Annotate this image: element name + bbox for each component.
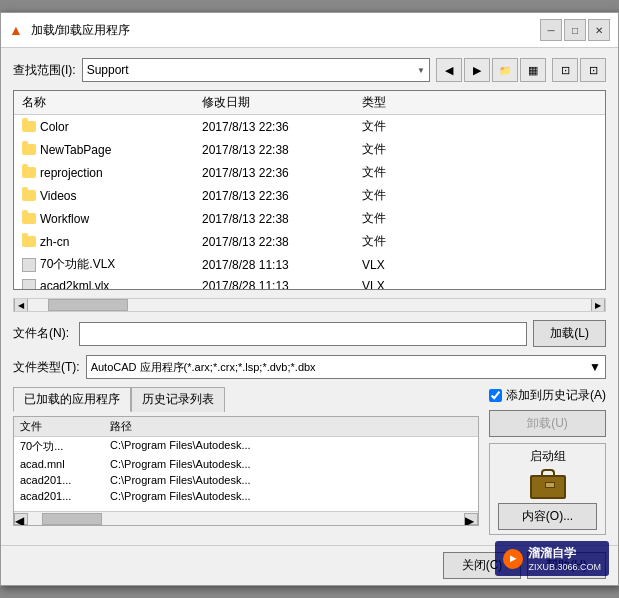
view-button[interactable]: ▦	[520, 58, 546, 82]
dialog-content: 查找范围(I): Support ▼ ◀ ▶ 📁 ▦ ⊡ ⊡	[1, 48, 618, 545]
startup-briefcase-icon[interactable]	[530, 469, 566, 499]
file-type: 文件	[354, 185, 434, 206]
folder-icon	[22, 167, 36, 178]
filetype-combo-text: AutoCAD 应用程序(*.arx;*.crx;*.lsp;*.dvb;*.d…	[91, 360, 316, 375]
file-type: 文件	[354, 231, 434, 252]
file-list-hscroll[interactable]: ◀ ▶	[13, 298, 606, 312]
right-toolbar-buttons: ⊡ ⊡	[552, 58, 606, 82]
watermark: ▶ 溜溜自学 ZIXUB.3066.COM	[495, 541, 609, 576]
loaded-hscroll-left-icon[interactable]: ◀	[14, 513, 28, 525]
folder-icon	[22, 236, 36, 247]
loaded-app-file: 70个功...	[14, 438, 104, 455]
startup-group: 启动组 内容(O)...	[489, 443, 606, 535]
hscroll-right-icon[interactable]: ▶	[591, 298, 605, 312]
col-type-header[interactable]: 类型	[354, 94, 434, 111]
add-to-history-label: 添加到历史记录(A)	[506, 387, 606, 404]
file-row[interactable]: Color2017/8/13 22:36文件	[14, 115, 605, 138]
main-dialog: ▲ 加载/卸载应用程序 ─ □ ✕ 查找范围(I): Support ▼ ◀ ▶	[0, 12, 619, 586]
filetype-label: 文件类型(T):	[13, 359, 80, 376]
loaded-apps-header: 文件 路径	[14, 417, 478, 437]
unload-button[interactable]: 卸载(U)	[489, 410, 606, 437]
file-row[interactable]: acad2kml.vlx2017/8/28 11:13VLX	[14, 276, 605, 289]
loaded-apps-rows[interactable]: 70个功...C:\Program Files\Autodesk...acad.…	[14, 437, 478, 511]
file-name: zh-cn	[40, 235, 69, 249]
file-row[interactable]: Workflow2017/8/13 22:38文件	[14, 207, 605, 230]
maximize-button[interactable]: □	[564, 19, 586, 41]
hscroll-left-icon[interactable]: ◀	[14, 298, 28, 312]
col-date-header[interactable]: 修改日期	[194, 94, 354, 111]
loaded-app-file: acad201...	[14, 489, 104, 503]
file-type: 文件	[354, 139, 434, 160]
file-row[interactable]: 70个功能.VLX2017/8/28 11:13VLX	[14, 253, 605, 276]
close-button[interactable]: ✕	[588, 19, 610, 41]
file-name: Videos	[40, 189, 76, 203]
filetype-row: 文件类型(T): AutoCAD 应用程序(*.arx;*.crx;*.lsp;…	[13, 355, 606, 379]
filename-input[interactable]	[84, 327, 522, 341]
file-name: Workflow	[40, 212, 89, 226]
location-label: 查找范围(I):	[13, 62, 76, 79]
filetype-combo[interactable]: AutoCAD 应用程序(*.arx;*.crx;*.lsp;*.dvb;*.d…	[86, 355, 606, 379]
back-button[interactable]: ◀	[436, 58, 462, 82]
location-bar: 查找范围(I): Support ▼ ◀ ▶ 📁 ▦ ⊡ ⊡	[13, 58, 606, 82]
file-type: 文件	[354, 116, 434, 137]
lower-section: 已加载的应用程序 历史记录列表 文件 路径 70个功...C:\Program …	[13, 387, 606, 535]
briefcase-latch	[545, 482, 555, 488]
file-type: 文件	[354, 162, 434, 183]
loaded-apps-panel: 已加载的应用程序 历史记录列表 文件 路径 70个功...C:\Program …	[13, 387, 479, 526]
file-type: VLX	[354, 277, 434, 289]
minimize-button[interactable]: ─	[540, 19, 562, 41]
tab-loaded-apps[interactable]: 已加载的应用程序	[13, 387, 131, 412]
title-bar: ▲ 加载/卸载应用程序 ─ □ ✕	[1, 13, 618, 48]
file-row[interactable]: zh-cn2017/8/13 22:38文件	[14, 230, 605, 253]
loaded-app-path: C:\Program Files\Autodesk...	[104, 457, 478, 471]
loaded-app-path: C:\Program Files\Autodesk...	[104, 489, 478, 503]
loaded-app-file: acad.mnl	[14, 457, 104, 471]
folder-icon	[22, 144, 36, 155]
contents-button[interactable]: 内容(O)...	[498, 503, 597, 530]
toolbar-buttons: ◀ ▶ 📁 ▦	[436, 58, 546, 82]
tab-history[interactable]: 历史记录列表	[131, 387, 225, 412]
filename-input-wrapper[interactable]	[79, 322, 527, 346]
loaded-hscroll-right-icon[interactable]: ▶	[464, 513, 478, 525]
up-folder-button[interactable]: 📁	[492, 58, 518, 82]
file-row[interactable]: NewTabPage2017/8/13 22:38文件	[14, 138, 605, 161]
file-row[interactable]: reprojection2017/8/13 22:36文件	[14, 161, 605, 184]
dialog-title: 加载/卸载应用程序	[31, 22, 534, 39]
location-combo[interactable]: Support ▼	[82, 58, 430, 82]
location-combo-arrow-icon: ▼	[417, 66, 425, 75]
filename-row: 文件名(N): 加载(L)	[13, 320, 606, 347]
loaded-apps-hscroll[interactable]: ◀ ▶	[14, 511, 478, 525]
file-name: NewTabPage	[40, 143, 111, 157]
add-to-history-checkbox[interactable]	[489, 389, 502, 402]
add-to-history-row: 添加到历史记录(A)	[489, 387, 606, 404]
loaded-app-row[interactable]: 70个功...C:\Program Files\Autodesk...	[14, 437, 478, 456]
vlx-file-icon	[22, 258, 36, 272]
loaded-app-row[interactable]: acad201...C:\Program Files\Autodesk...	[14, 472, 478, 488]
loaded-app-row[interactable]: acad.mnlC:\Program Files\Autodesk...	[14, 456, 478, 472]
loaded-app-row[interactable]: acad201...C:\Program Files\Autodesk...	[14, 488, 478, 504]
folder-icon	[22, 121, 36, 132]
load-button[interactable]: 加载(L)	[533, 320, 606, 347]
startup-group-label: 启动组	[530, 448, 566, 465]
filename-label: 文件名(N):	[13, 325, 73, 342]
hscroll-thumb[interactable]	[48, 299, 128, 311]
folder-icon	[22, 190, 36, 201]
file-date: 2017/8/13 22:36	[194, 164, 354, 182]
watermark-subtext: ZIXUB.3066.COM	[528, 562, 601, 572]
loaded-col-path: 路径	[104, 419, 478, 434]
app-icon: ▲	[9, 22, 25, 38]
file-type: 文件	[354, 208, 434, 229]
panel-tabs: 已加载的应用程序 历史记录列表	[13, 387, 479, 412]
file-name: acad2kml.vlx	[40, 279, 109, 289]
file-date: 2017/8/28 11:13	[194, 277, 354, 289]
filetype-combo-arrow-icon: ▼	[589, 360, 601, 374]
col-name-header[interactable]: 名称	[14, 94, 194, 111]
loaded-hscroll-thumb[interactable]	[42, 513, 102, 525]
file-date: 2017/8/13 22:38	[194, 141, 354, 159]
forward-button[interactable]: ▶	[464, 58, 490, 82]
file-list-body[interactable]: Color2017/8/13 22:36文件NewTabPage2017/8/1…	[14, 115, 605, 289]
file-row[interactable]: Videos2017/8/13 22:36文件	[14, 184, 605, 207]
right-btn-1[interactable]: ⊡	[552, 58, 578, 82]
right-btn-2[interactable]: ⊡	[580, 58, 606, 82]
loaded-col-file: 文件	[14, 419, 104, 434]
